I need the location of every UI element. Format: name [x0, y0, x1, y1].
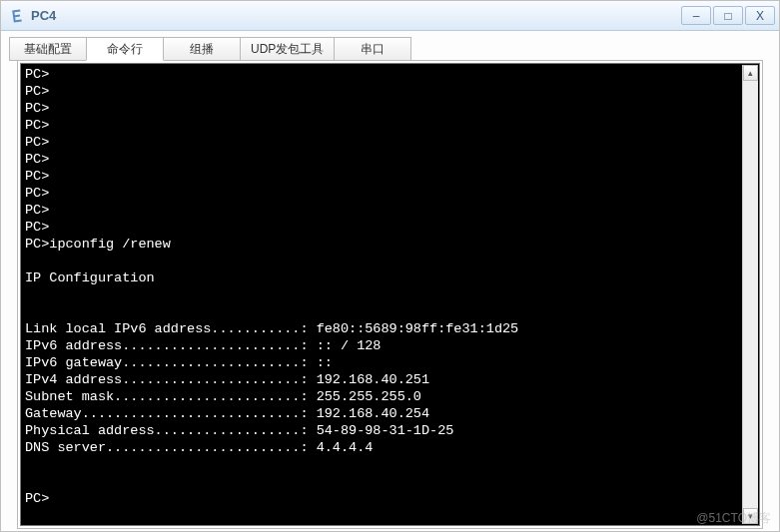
tab-panel: PC> PC> PC> PC> PC> PC> PC> PC> PC> PC> …	[17, 60, 763, 529]
tab-serial[interactable]: 串口	[334, 37, 411, 61]
tab-multicast[interactable]: 组播	[163, 37, 241, 61]
tabstrip: 基础配置 命令行 组播 UDP发包工具 串口 PC> PC> PC> PC> P…	[1, 31, 779, 530]
close-button[interactable]: X	[745, 6, 775, 25]
terminal[interactable]: PC> PC> PC> PC> PC> PC> PC> PC> PC> PC> …	[25, 66, 741, 523]
maximize-button[interactable]: □	[713, 6, 743, 25]
tabs: 基础配置 命令行 组播 UDP发包工具 串口	[9, 37, 771, 61]
scroll-up-button[interactable]: ▴	[743, 65, 758, 81]
tab-label: 组播	[190, 41, 214, 58]
app-icon	[9, 8, 25, 24]
titlebar: PC4 – □ X	[1, 1, 779, 31]
tab-label: 命令行	[107, 41, 143, 58]
tab-basic-config[interactable]: 基础配置	[9, 37, 87, 61]
scroll-down-button[interactable]: ▾	[743, 508, 758, 524]
window-buttons: – □ X	[679, 6, 775, 25]
tab-udp-tool[interactable]: UDP发包工具	[240, 37, 335, 61]
tab-label: 基础配置	[24, 41, 72, 58]
tab-label: 串口	[361, 41, 385, 58]
minimize-button[interactable]: –	[681, 6, 711, 25]
terminal-container: PC> PC> PC> PC> PC> PC> PC> PC> PC> PC> …	[20, 63, 760, 526]
tab-label: UDP发包工具	[251, 41, 324, 58]
scrollbar-vertical[interactable]: ▴ ▾	[742, 65, 758, 524]
tab-cli[interactable]: 命令行	[86, 37, 164, 61]
window-title: PC4	[31, 8, 679, 23]
